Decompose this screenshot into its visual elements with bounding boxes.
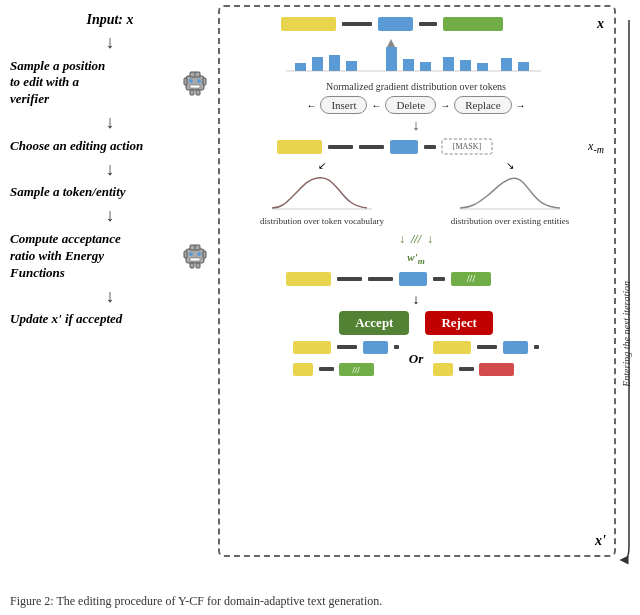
dist-left-label: distribution over token vocabulary	[239, 216, 404, 227]
gradient-area	[228, 37, 604, 79]
svg-rect-7	[203, 78, 206, 85]
svg-rect-65	[503, 341, 528, 354]
action-row: ← Insert ← Delete → Replace →	[228, 96, 604, 114]
accepted-svg	[291, 338, 401, 358]
arrow-2: ↓	[10, 112, 210, 134]
svg-rect-60	[319, 367, 334, 371]
accepted-svg2: ///	[291, 360, 401, 380]
svg-rect-40	[328, 145, 353, 149]
accept-button[interactable]: Accept	[339, 311, 409, 335]
arrow-1: ↓	[10, 32, 210, 54]
svg-rect-31	[403, 59, 414, 71]
svg-rect-52	[433, 277, 445, 281]
x-prime-label: x'	[595, 533, 606, 549]
svg-rect-66	[534, 345, 539, 349]
svg-point-4	[197, 79, 201, 83]
step4-text: Compute acceptanceratio with EnergyFunct…	[10, 231, 176, 282]
dist-left: ↙ distribution over token vocabulary	[239, 160, 404, 227]
bars-svg	[281, 37, 551, 75]
insert-btn[interactable]: Insert	[320, 96, 367, 114]
svg-rect-59	[293, 363, 313, 376]
verdict-row: Accept Reject	[228, 311, 604, 335]
svg-point-13	[189, 252, 193, 256]
svg-rect-9	[196, 90, 200, 95]
svg-text:///: ///	[351, 365, 360, 375]
arrow-3: ↓	[10, 159, 210, 181]
dist-right: ↘ distribution over existing entities	[427, 160, 592, 227]
svg-rect-25	[295, 63, 306, 71]
wm-token-svg: ///	[281, 268, 551, 290]
arrow-4: ↓	[10, 205, 210, 227]
svg-rect-26	[312, 57, 323, 71]
replace-btn[interactable]: Replace	[454, 96, 511, 114]
svg-rect-24	[443, 17, 503, 31]
svg-rect-19	[196, 263, 200, 268]
main-diagram: x	[218, 5, 616, 557]
svg-point-14	[197, 252, 201, 256]
arrow-action-down: ↓	[228, 118, 604, 134]
svg-rect-58	[394, 345, 399, 349]
svg-rect-39	[277, 140, 322, 154]
top-token-svg	[276, 13, 546, 35]
dist-right-label: distribution over existing entities	[427, 216, 592, 227]
delete-btn[interactable]: Delete	[385, 96, 436, 114]
svg-rect-36	[501, 58, 512, 71]
svg-rect-32	[420, 62, 431, 71]
page-container: Input: x ↓ Sample a positionto edit with…	[0, 0, 640, 615]
wm-token-row: ///	[228, 268, 604, 290]
svg-point-3	[189, 79, 193, 83]
svg-rect-6	[184, 78, 187, 85]
svg-rect-37	[518, 62, 529, 71]
svg-rect-16	[184, 251, 187, 258]
reject-button[interactable]: Reject	[425, 311, 492, 335]
rejected-result	[431, 338, 541, 380]
x-label-top: x	[597, 16, 604, 32]
svg-rect-8	[190, 90, 194, 95]
or-label: Or	[409, 351, 423, 367]
svg-rect-63	[433, 341, 471, 354]
robot-icon-2	[180, 241, 210, 271]
svg-rect-22	[378, 17, 413, 31]
gradient-label: Normalized gradient distribution over to…	[228, 81, 604, 92]
svg-rect-56	[337, 345, 357, 349]
arrow-5: ↓	[10, 286, 210, 308]
dist-section: ↙ distribution over token vocabulary ↘ d…	[228, 160, 604, 227]
x-minus-m-label: x-m	[588, 139, 604, 155]
step5-text: Update x' if accepted	[10, 311, 210, 328]
svg-rect-49	[337, 277, 362, 281]
rejected-svg2	[431, 360, 541, 380]
svg-rect-42	[390, 140, 418, 154]
input-label: Input: x	[86, 12, 133, 27]
svg-rect-69	[479, 363, 514, 376]
step1-text: Sample a positionto edit with averifier	[10, 58, 176, 109]
svg-rect-29	[386, 47, 397, 71]
svg-rect-28	[346, 61, 357, 71]
svg-rect-34	[460, 60, 471, 71]
svg-text:///: ///	[466, 273, 476, 284]
svg-text:[MASK]: [MASK]	[453, 142, 482, 151]
result-row: /// Or	[228, 338, 604, 380]
rejected-svg	[431, 338, 541, 358]
svg-rect-33	[443, 57, 454, 71]
svg-rect-67	[433, 363, 453, 376]
masked-token-row: [MASK] x-m	[228, 136, 604, 158]
svg-rect-64	[477, 345, 497, 349]
svg-marker-30	[387, 39, 395, 47]
svg-rect-41	[359, 145, 384, 149]
svg-rect-21	[342, 22, 372, 26]
dist-left-svg	[267, 172, 377, 212]
w-label-area: ↓ /// ↓ w'm	[228, 229, 604, 266]
svg-rect-15	[190, 258, 200, 261]
svg-rect-68	[459, 367, 474, 371]
left-panel: Input: x ↓ Sample a positionto edit with…	[10, 10, 210, 332]
svg-rect-43	[424, 145, 436, 149]
caption: Figure 2: The editing procedure of Y-CF …	[10, 594, 630, 610]
svg-rect-27	[329, 55, 340, 71]
robot-icon-1	[180, 68, 210, 98]
svg-rect-48	[286, 272, 331, 286]
top-token-row	[228, 13, 593, 35]
entering-label: Entering the next iteration	[621, 281, 632, 387]
svg-rect-51	[399, 272, 427, 286]
svg-rect-23	[419, 22, 437, 26]
svg-rect-57	[363, 341, 388, 354]
